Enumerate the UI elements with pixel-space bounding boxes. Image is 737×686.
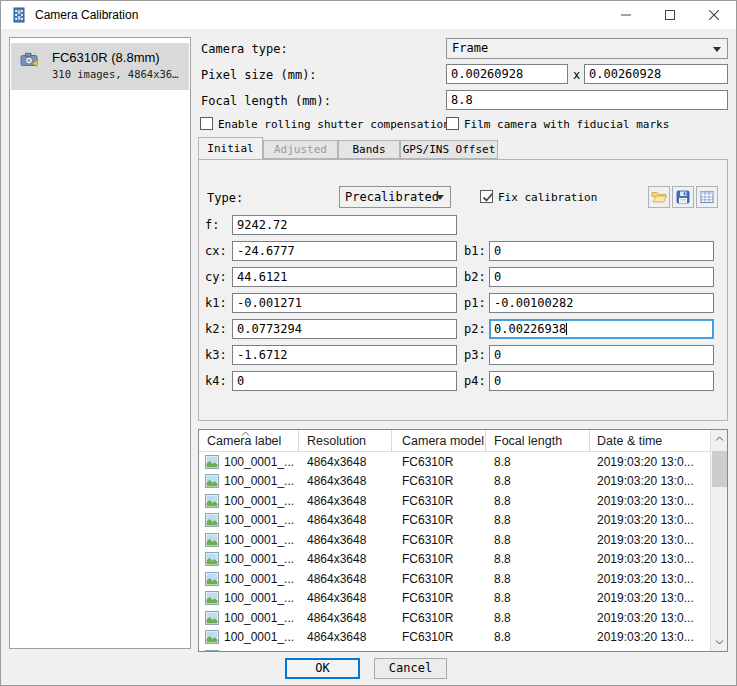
camera-model-cell: FC6310R [392, 572, 486, 586]
resolution-cell: 4864x3648 [299, 591, 392, 605]
camera-label-cell: 100_0001_... [224, 572, 294, 586]
table-row[interactable]: 100_0001_... 4864x3648 FC6310R 8.8 2019:… [199, 472, 710, 492]
datetime-cell: 2019:03:20 13:0... [590, 455, 710, 469]
text-cursor [566, 323, 567, 335]
focal-length-cell: 8.8 [486, 474, 590, 488]
datetime-cell: 2019:03:20 13:0... [590, 591, 710, 605]
param-left-input[interactable]: 0.0773294 [232, 319, 457, 339]
scrollbar-thumb[interactable] [712, 451, 727, 487]
camera-model-cell: FC6310R [392, 474, 486, 488]
camera-label-cell: 100_0001_... [224, 474, 294, 488]
param-right-input[interactable]: 0 [489, 267, 714, 287]
parameter-fields: f: 9242.72 cx: -24.6777 b1: 0 cy: 44.612… [199, 215, 727, 397]
close-button[interactable] [692, 1, 736, 29]
param-right-value: -0.00100282 [494, 296, 573, 310]
focal-length-input[interactable]: 8.8 [446, 90, 728, 110]
param-left-label: f: [205, 218, 219, 232]
scroll-up-button[interactable] [711, 430, 728, 447]
param-right-value: 0 [494, 374, 501, 388]
save-calibration-button[interactable] [672, 186, 694, 208]
tab-gps-ins-offset[interactable]: GPS/INS Offset [400, 140, 498, 159]
parameter-row: k1: -0.001271 p1: -0.00100282 [199, 293, 727, 313]
focal-length-cell: 8.8 [486, 630, 590, 644]
param-left-input[interactable]: -0.001271 [232, 293, 457, 313]
film-camera-label: Film camera with fiducial marks [464, 118, 669, 131]
maximize-button[interactable] [648, 1, 692, 29]
sort-ascending-icon [241, 431, 250, 436]
resolution-cell: 4864x3648 [299, 630, 392, 644]
camera-label-cell: 100_0001_... [224, 455, 294, 469]
table-row[interactable]: 100_0001_... 4864x3648 FC6310R 8.8 2019:… [199, 647, 710, 651]
resolution-cell: 4864x3648 [299, 572, 392, 586]
param-left-value: -1.6712 [237, 348, 288, 362]
table-row[interactable]: 100_0001_... 4864x3648 FC6310R 8.8 2019:… [199, 628, 710, 648]
table-row[interactable]: 100_0001_... 4864x3648 FC6310R 8.8 2019:… [199, 550, 710, 570]
param-right-input[interactable]: 0 [489, 371, 714, 391]
tab-initial[interactable]: Initial [198, 137, 263, 159]
param-right-input[interactable]: 0 [489, 345, 714, 365]
column-header-camera-label[interactable]: Camera label [199, 430, 299, 451]
image-icon [205, 494, 219, 508]
param-left-label: k2: [205, 322, 227, 336]
table-row[interactable]: 100_0001_... 4864x3648 FC6310R 8.8 2019:… [199, 589, 710, 609]
camera-table-header: Camera label Resolution Camera model Foc… [199, 430, 710, 452]
parameter-row: cy: 44.6121 b2: 0 [199, 267, 727, 287]
minimize-button[interactable] [604, 1, 648, 29]
film-strip-icon [11, 7, 27, 23]
camera-table: Camera label Resolution Camera model Foc… [198, 429, 728, 652]
camera-label-cell: 100_0001_... [224, 513, 294, 527]
calibration-grid-button[interactable] [696, 186, 718, 208]
param-left-input[interactable]: 9242.72 [232, 215, 457, 235]
fix-calibration-checkbox[interactable] [480, 190, 493, 203]
fix-calibration-label: Fix calibration [498, 191, 597, 204]
datetime-cell: 2019:03:20 13:0... [590, 630, 710, 644]
camera-model-cell: FC6310R [392, 650, 486, 651]
param-right-input[interactable]: 0 [489, 241, 714, 261]
table-row[interactable]: 100_0001_... 4864x3648 FC6310R 8.8 2019:… [199, 491, 710, 511]
column-header-camera-model[interactable]: Camera model [392, 430, 486, 451]
camera-model-cell: FC6310R [392, 513, 486, 527]
camera-table-body: 100_0001_... 4864x3648 FC6310R 8.8 2019:… [199, 452, 710, 651]
table-row[interactable]: 100_0001_... 4864x3648 FC6310R 8.8 2019:… [199, 530, 710, 550]
camera-type-dropdown[interactable]: Frame [446, 38, 728, 59]
tab-bands[interactable]: Bands [338, 140, 400, 159]
table-row[interactable]: 100_0001_... 4864x3648 FC6310R 8.8 2019:… [199, 452, 710, 472]
focal-length-cell: 8.8 [486, 591, 590, 605]
scroll-down-button[interactable] [711, 634, 728, 651]
cancel-button[interactable]: Cancel [374, 658, 447, 679]
camera-group-name: FC6310R (8.8mm) [52, 50, 160, 65]
pixel-size-y-input[interactable]: 0.00260928 [584, 64, 728, 84]
type-dropdown[interactable]: Precalibrated [339, 186, 451, 208]
camera-group-item[interactable]: FC6310R (8.8mm) 310 images, 4864x36… [11, 43, 189, 90]
column-header-date-time[interactable]: Date & time [590, 430, 710, 451]
focal-length-cell: 8.8 [486, 572, 590, 586]
table-scrollbar[interactable] [710, 430, 727, 651]
table-row[interactable]: 100_0001_... 4864x3648 FC6310R 8.8 2019:… [199, 569, 710, 589]
param-left-input[interactable]: 0 [232, 371, 457, 391]
pixel-size-x-input[interactable]: 0.00260928 [446, 64, 568, 84]
column-header-resolution[interactable]: Resolution [299, 430, 392, 451]
film-camera-checkbox[interactable] [446, 117, 459, 130]
table-row[interactable]: 100_0001_... 4864x3648 FC6310R 8.8 2019:… [199, 511, 710, 531]
ok-button[interactable]: OK [285, 658, 360, 679]
param-left-input[interactable]: -1.6712 [232, 345, 457, 365]
param-right-input[interactable]: -0.00100282 [489, 293, 714, 313]
param-left-value: 0.0773294 [237, 322, 302, 336]
camera-label-cell: 100_0001_... [224, 630, 294, 644]
param-right-value: 0.00226938 [494, 322, 566, 336]
camera-label-cell: 100_0001_... [224, 611, 294, 625]
image-icon [205, 474, 219, 488]
load-calibration-button[interactable] [648, 186, 670, 208]
type-value: Precalibrated [345, 190, 439, 204]
pixel-size-separator: x [573, 68, 580, 82]
param-left-input[interactable]: 44.6121 [232, 267, 457, 287]
column-header-focal-length[interactable]: Focal length [486, 430, 590, 451]
resolution-cell: 4864x3648 [299, 650, 392, 651]
param-left-label: k1: [205, 296, 227, 310]
rolling-shutter-checkbox[interactable] [200, 117, 213, 130]
table-row[interactable]: 100_0001_... 4864x3648 FC6310R 8.8 2019:… [199, 608, 710, 628]
param-right-input[interactable]: 0.00226938 [489, 319, 714, 339]
param-left-input[interactable]: -24.6777 [232, 241, 457, 261]
focal-length-cell: 8.8 [486, 533, 590, 547]
chevron-up-icon [715, 436, 724, 441]
